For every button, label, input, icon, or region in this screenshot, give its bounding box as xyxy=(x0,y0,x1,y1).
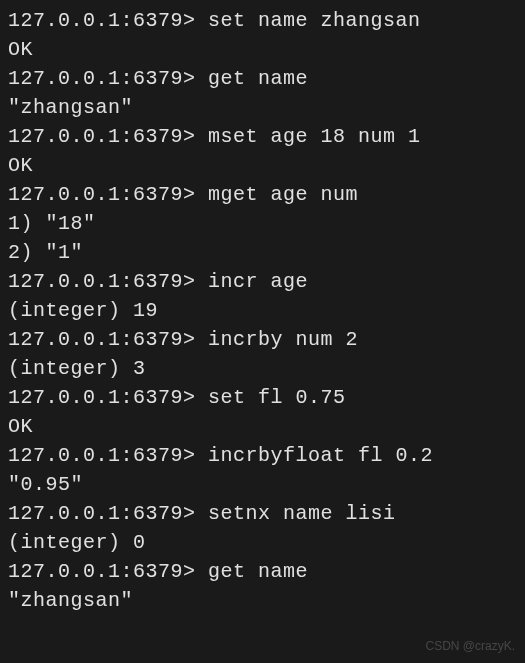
terminal-output-line: "zhangsan" xyxy=(8,586,517,615)
terminal-command-text: setnx name lisi xyxy=(196,502,396,525)
terminal-prompt: 127.0.0.1:6379> xyxy=(8,183,196,206)
terminal-command-line: 127.0.0.1:6379> setnx name lisi xyxy=(8,499,517,528)
terminal-output-line: (integer) 19 xyxy=(8,296,517,325)
terminal-prompt: 127.0.0.1:6379> xyxy=(8,270,196,293)
terminal-output-line: "zhangsan" xyxy=(8,93,517,122)
terminal-prompt: 127.0.0.1:6379> xyxy=(8,67,196,90)
terminal-output-line: OK xyxy=(8,151,517,180)
terminal-output-line: "0.95" xyxy=(8,470,517,499)
terminal-prompt: 127.0.0.1:6379> xyxy=(8,560,196,583)
terminal-output-text: (integer) 3 xyxy=(8,357,146,380)
terminal-output-text: "zhangsan" xyxy=(8,96,133,119)
terminal-output-text: "0.95" xyxy=(8,473,83,496)
terminal-output-line: (integer) 3 xyxy=(8,354,517,383)
terminal-command-text: get name xyxy=(196,560,309,583)
terminal-prompt: 127.0.0.1:6379> xyxy=(8,9,196,32)
terminal-command-line: 127.0.0.1:6379> get name xyxy=(8,557,517,586)
terminal-command-line: 127.0.0.1:6379> set fl 0.75 xyxy=(8,383,517,412)
terminal-command-line: 127.0.0.1:6379> incrby num 2 xyxy=(8,325,517,354)
terminal-output-text: 1) "18" xyxy=(8,212,96,235)
terminal-output-text: 2) "1" xyxy=(8,241,83,264)
terminal-prompt: 127.0.0.1:6379> xyxy=(8,125,196,148)
terminal-command-line: 127.0.0.1:6379> get name xyxy=(8,64,517,93)
terminal-output-line: 2) "1" xyxy=(8,238,517,267)
terminal-command-text: incrbyfloat fl 0.2 xyxy=(196,444,434,467)
terminal-command-text: get name xyxy=(196,67,309,90)
terminal-output-line: OK xyxy=(8,412,517,441)
terminal-prompt: 127.0.0.1:6379> xyxy=(8,386,196,409)
terminal-command-line: 127.0.0.1:6379> set name zhangsan xyxy=(8,6,517,35)
terminal-command-text: set fl 0.75 xyxy=(196,386,346,409)
terminal-output[interactable]: 127.0.0.1:6379> set name zhangsanOK127.0… xyxy=(8,6,517,615)
terminal-output-text: OK xyxy=(8,154,33,177)
terminal-command-text: incr age xyxy=(196,270,309,293)
terminal-command-text: incrby num 2 xyxy=(196,328,359,351)
terminal-output-line: (integer) 0 xyxy=(8,528,517,557)
terminal-command-line: 127.0.0.1:6379> mget age num xyxy=(8,180,517,209)
terminal-prompt: 127.0.0.1:6379> xyxy=(8,502,196,525)
terminal-prompt: 127.0.0.1:6379> xyxy=(8,444,196,467)
terminal-command-text: mset age 18 num 1 xyxy=(196,125,421,148)
terminal-prompt: 127.0.0.1:6379> xyxy=(8,328,196,351)
terminal-command-line: 127.0.0.1:6379> incr age xyxy=(8,267,517,296)
terminal-output-text: OK xyxy=(8,38,33,61)
terminal-output-line: OK xyxy=(8,35,517,64)
terminal-command-text: set name zhangsan xyxy=(196,9,421,32)
terminal-output-text: "zhangsan" xyxy=(8,589,133,612)
terminal-output-text: (integer) 19 xyxy=(8,299,158,322)
terminal-output-text: OK xyxy=(8,415,33,438)
terminal-command-line: 127.0.0.1:6379> incrbyfloat fl 0.2 xyxy=(8,441,517,470)
terminal-output-line: 1) "18" xyxy=(8,209,517,238)
terminal-command-line: 127.0.0.1:6379> mset age 18 num 1 xyxy=(8,122,517,151)
terminal-output-text: (integer) 0 xyxy=(8,531,146,554)
terminal-command-text: mget age num xyxy=(196,183,359,206)
watermark-text: CSDN @crazyK. xyxy=(425,638,515,655)
